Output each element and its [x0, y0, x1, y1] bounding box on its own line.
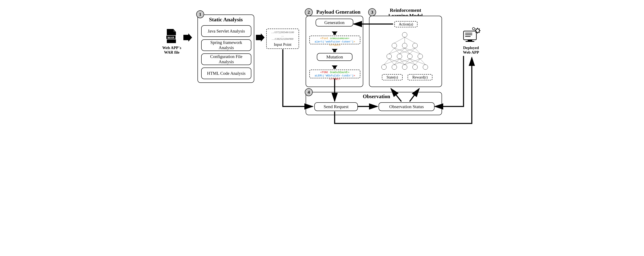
panel2-title: Payload Generation	[314, 9, 363, 15]
svg-point-57	[472, 28, 475, 30]
item-html: HTML Code Analysis	[201, 68, 251, 79]
svg-line-34	[394, 48, 410, 54]
svg-point-12	[402, 43, 407, 48]
svg-rect-47	[466, 41, 474, 42]
svg-rect-46	[468, 40, 472, 41]
svg-line-37	[405, 48, 420, 54]
send-request-box: Send Request	[314, 102, 358, 111]
svg-point-7	[387, 54, 392, 59]
deployed-app-icon	[462, 27, 481, 44]
panel-rl-model: Action(a)	[369, 16, 442, 87]
reward-box: Reward(r)	[408, 74, 432, 80]
svg-point-13	[412, 43, 418, 48]
mutation-box: Mutation	[317, 53, 352, 61]
svg-line-29	[389, 48, 394, 54]
svg-line-38	[415, 48, 420, 54]
svg-line-28	[420, 59, 426, 64]
svg-point-9	[407, 54, 412, 59]
svg-line-17	[389, 59, 394, 64]
input-line-0: …/1572295549/1100	[268, 30, 297, 34]
diagram-canvas: WAR Web APP`s WAR file 1 Static Analysis…	[161, 8, 483, 136]
panel1-title: Static Analysis	[198, 16, 254, 23]
svg-line-24	[400, 59, 415, 64]
svg-rect-42	[464, 31, 476, 40]
svg-point-10	[418, 54, 423, 59]
svg-point-3	[392, 64, 397, 70]
deployed-app-label: Deployed Web APP	[458, 46, 484, 55]
input-point-label: Input Point	[268, 40, 297, 47]
generation-box: Generation	[316, 19, 353, 26]
arrow-gen-to-payload1	[332, 32, 338, 35]
svg-line-54	[479, 32, 480, 33]
svg-point-11	[392, 43, 397, 48]
svg-point-8	[397, 54, 402, 59]
svg-point-4	[402, 64, 407, 70]
arrow-payload1-to-mutation	[332, 49, 338, 52]
panel-observation: Observation Send Request Observation Sta…	[306, 92, 442, 115]
badge-3: 3	[368, 8, 376, 16]
badge-2: 2	[305, 8, 313, 16]
war-badge-text: WAR	[165, 36, 177, 39]
svg-line-53	[476, 28, 476, 30]
item-java-servlet: Java Servlet Analysis	[201, 25, 251, 37]
input-line-1: …	[268, 34, 297, 37]
svg-point-5	[412, 64, 418, 70]
svg-point-14	[402, 32, 407, 37]
item-config: Configuration File Analysis	[201, 54, 251, 65]
input-point-box: …/1572295549/1100 … …/1382523204/900 Inp…	[266, 28, 299, 49]
state-box: State(s)	[382, 74, 402, 80]
observation-status-box: Observation Status	[378, 102, 434, 111]
panel-static-analysis: Static Analysis Java Servlet Analysis Sp…	[198, 14, 254, 83]
arrow-static-to-input	[256, 35, 261, 40]
neural-network-icon	[380, 30, 432, 71]
svg-line-35	[405, 48, 410, 54]
war-file-icon: WAR	[165, 29, 177, 44]
payload-mut-code: <fONt OnmOuSEmoVE= aLERt('WEbfuZzEr-tokE…	[309, 70, 360, 78]
svg-line-56	[479, 28, 480, 30]
payload-gen-code: <font onmousemove= alert('webfuzzer-toke…	[309, 36, 360, 44]
panel4-title: Observation	[356, 94, 397, 100]
svg-line-15	[384, 59, 389, 64]
badge-4: 4	[305, 88, 313, 96]
svg-point-2	[382, 64, 386, 70]
arrow-war-to-static	[184, 35, 188, 40]
badge-1: 1	[196, 10, 204, 18]
svg-line-39	[394, 37, 405, 43]
war-file-label: Web APP`s WAR file	[159, 46, 184, 55]
action-box: Action(a)	[394, 21, 418, 27]
arrow-mutation-to-payload2	[332, 66, 338, 69]
svg-line-27	[410, 59, 426, 64]
svg-line-20	[389, 59, 405, 64]
svg-point-6	[423, 64, 428, 70]
svg-line-31	[394, 48, 400, 54]
svg-line-41	[405, 37, 415, 43]
input-line-2: …/1382523204/900	[268, 37, 297, 40]
panel-payload-generation: Generation <font onmousemove= alert('web…	[306, 16, 363, 87]
svg-line-25	[410, 59, 415, 64]
svg-line-21	[400, 59, 405, 64]
item-spring: Spring framework Analysis	[201, 39, 251, 51]
